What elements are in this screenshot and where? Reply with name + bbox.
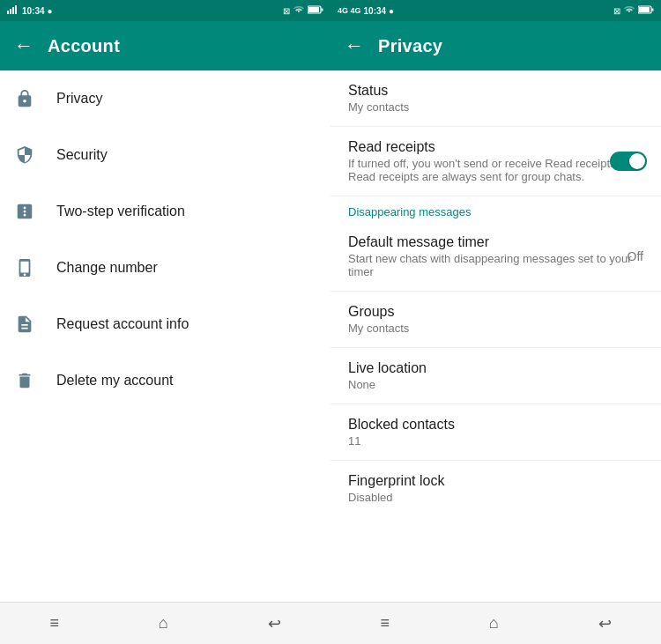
svg-rect-0 <box>7 11 9 14</box>
nav-menu-btn-right[interactable]: ≡ <box>359 607 411 640</box>
privacy-back-button[interactable]: ← <box>345 34 364 57</box>
privacy-title: Privacy <box>378 36 442 56</box>
live-location-subtitle: None <box>348 378 643 391</box>
menu-item-privacy[interactable]: Privacy <box>0 70 330 127</box>
svg-rect-3 <box>15 5 17 14</box>
doc-icon <box>14 314 35 335</box>
status-right: ⊠ <box>283 5 323 16</box>
default-timer-subtitle: Start new chats with disappearing messag… <box>348 252 643 278</box>
read-receipts-toggle[interactable] <box>610 152 647 171</box>
nav-menu-btn[interactable]: ≡ <box>28 607 80 640</box>
request-info-label: Request account info <box>56 316 189 332</box>
trash-icon <box>14 370 35 391</box>
back-button[interactable]: ← <box>14 34 33 57</box>
fingerprint-lock-title: Fingerprint lock <box>348 473 643 489</box>
delete-account-label: Delete my account <box>56 373 174 389</box>
blocked-contacts-title: Blocked contacts <box>348 417 643 433</box>
status-left-right: 4G 4G 10:34 ● <box>338 6 394 16</box>
read-receipts-content: Read receipts If turned off, you won't s… <box>348 139 643 183</box>
status-dot-right: ● <box>389 6 394 16</box>
status-title: Status <box>348 83 643 99</box>
groups-title: Groups <box>348 304 643 320</box>
svg-rect-1 <box>10 9 11 14</box>
svg-rect-2 <box>12 7 14 14</box>
nav-home-btn-right[interactable]: ⌂ <box>468 607 520 640</box>
menu-item-delete-account[interactable]: Delete my account <box>0 352 330 409</box>
toggle-track[interactable] <box>610 152 647 171</box>
menu-item-security[interactable]: Security <box>0 127 330 183</box>
default-timer-content: Default message timer Start new chats wi… <box>348 234 643 278</box>
privacy-label: Privacy <box>56 91 102 107</box>
fingerprint-lock-subtitle: Disabled <box>348 491 643 504</box>
account-menu-list: Privacy Security Two-step verification <box>0 70 330 602</box>
dots-icon <box>14 201 35 222</box>
privacy-panel: 4G 4G 10:34 ● ⊠ ← P <box>330 0 661 644</box>
svg-rect-6 <box>322 9 323 11</box>
phone-icon <box>14 257 35 278</box>
status-right-right: ⊠ <box>613 5 654 16</box>
change-number-label: Change number <box>56 260 158 276</box>
wifi-icon <box>293 5 304 16</box>
privacy-list: Status My contacts Read receipts If turn… <box>330 70 661 602</box>
privacy-app-bar: ← Privacy <box>330 21 661 70</box>
signal-icon <box>7 5 19 16</box>
privacy-item-groups[interactable]: Groups My contacts <box>330 292 661 347</box>
status-bar-left: 10:34 ● ⊠ <box>0 0 330 21</box>
battery-icon-right <box>638 5 654 16</box>
nav-back-btn[interactable]: ↩ <box>247 607 302 640</box>
shield-icon <box>14 144 35 166</box>
menu-item-request-info[interactable]: Request account info <box>0 296 330 352</box>
wifi-icon-right <box>624 5 635 16</box>
bluetooth-icon: ⊠ <box>283 6 290 16</box>
read-receipts-title: Read receipts <box>348 139 643 155</box>
status-dot: ● <box>48 6 53 16</box>
status-time: 10:34 <box>22 6 45 16</box>
privacy-item-status[interactable]: Status My contacts <box>330 70 661 126</box>
account-title: Account <box>48 36 120 56</box>
menu-item-change-number[interactable]: Change number <box>0 240 330 296</box>
nav-home-btn[interactable]: ⌂ <box>137 607 189 640</box>
signal-4g-icon: 4G 4G <box>338 6 361 15</box>
privacy-item-fingerprint-lock[interactable]: Fingerprint lock Disabled <box>330 461 661 516</box>
svg-rect-5 <box>308 7 319 12</box>
default-timer-value: Off <box>628 249 643 263</box>
two-step-label: Two-step verification <box>56 204 185 219</box>
lock-icon <box>14 88 35 109</box>
battery-icon <box>308 5 323 16</box>
bottom-nav-left: ≡ ⌂ ↩ <box>0 602 330 644</box>
privacy-item-blocked-contacts[interactable]: Blocked contacts 11 <box>330 404 661 460</box>
read-receipts-subtitle: If turned off, you won't send or receive… <box>348 157 643 183</box>
svg-rect-8 <box>639 7 650 12</box>
menu-item-two-step[interactable]: Two-step verification <box>0 183 330 240</box>
status-left: 10:34 ● <box>7 5 53 16</box>
default-timer-title: Default message timer <box>348 234 643 250</box>
nav-back-btn-right[interactable]: ↩ <box>577 607 633 640</box>
live-location-title: Live location <box>348 360 643 376</box>
privacy-item-live-location[interactable]: Live location None <box>330 348 661 403</box>
account-app-bar: ← Account <box>0 21 330 70</box>
security-label: Security <box>56 147 108 163</box>
bottom-nav-right: ≡ ⌂ ↩ <box>330 602 661 644</box>
svg-rect-9 <box>652 9 654 11</box>
status-bar-right: 4G 4G 10:34 ● ⊠ <box>330 0 661 21</box>
blocked-contacts-subtitle: 11 <box>348 434 643 448</box>
privacy-item-read-receipts[interactable]: Read receipts If turned off, you won't s… <box>330 127 661 196</box>
account-panel: 10:34 ● ⊠ ← Account <box>0 0 330 644</box>
status-time-right: 10:34 <box>364 6 387 16</box>
privacy-item-default-timer[interactable]: Default message timer Start new chats wi… <box>330 222 661 291</box>
section-disappearing: Disappearing messages <box>330 196 661 222</box>
groups-subtitle: My contacts <box>348 322 643 335</box>
toggle-thumb <box>629 153 645 169</box>
bluetooth-icon-right: ⊠ <box>613 6 620 16</box>
status-subtitle: My contacts <box>348 100 643 114</box>
